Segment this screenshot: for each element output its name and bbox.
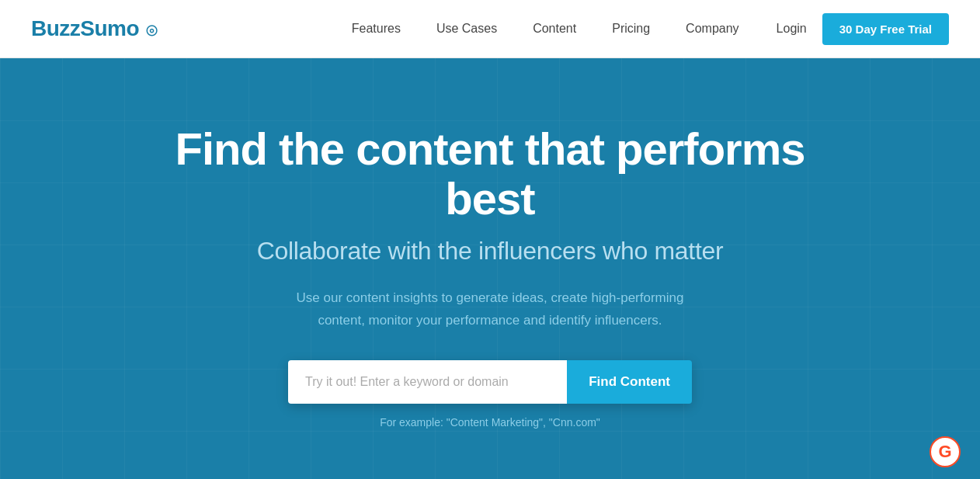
nav-content[interactable]: Content [519,16,590,42]
search-example: For example: "Content Marketing", "Cnn.c… [141,416,839,429]
hero-content: Find the content that performs best Coll… [141,124,839,429]
logo-signal-icon: ⦾ [146,23,157,40]
navbar-links: Features Use Cases Content Pricing Compa… [338,16,753,42]
nav-pricing[interactable]: Pricing [598,16,664,42]
navbar: BuzzSumo ⦾ Features Use Cases Content Pr… [0,0,980,58]
hero-subtitle: Collaborate with the influencers who mat… [141,237,839,266]
login-link[interactable]: Login [777,22,807,36]
logo[interactable]: BuzzSumo ⦾ [31,16,157,41]
nav-use-cases[interactable]: Use Cases [422,16,511,42]
trial-button[interactable]: 30 Day Free Trial [822,13,949,45]
nav-company[interactable]: Company [672,16,752,42]
navbar-actions: Login 30 Day Free Trial [777,13,949,45]
hero-title: Find the content that performs best [141,124,839,224]
hero-section: Find the content that performs best Coll… [0,58,980,479]
find-content-button[interactable]: Find Content [567,360,692,404]
hero-description: Use our content insights to generate ide… [296,287,684,332]
search-bar: Find Content [288,360,692,404]
search-input[interactable] [288,360,567,404]
g2-badge: G [930,436,961,467]
logo-text: BuzzSumo ⦾ [31,16,157,41]
nav-features[interactable]: Features [338,16,415,42]
